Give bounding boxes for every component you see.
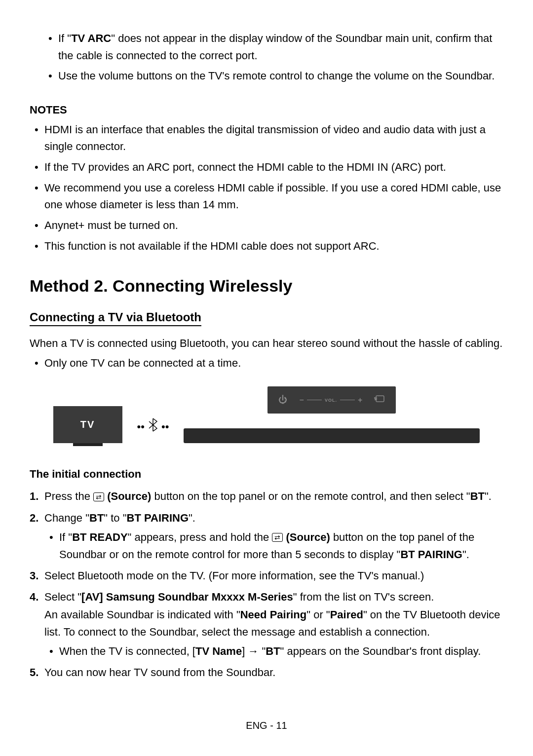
note-item: This function is not available if the HD… [44, 238, 503, 255]
step-num: 3. [30, 567, 38, 584]
text: If " [59, 531, 72, 543]
step-5: 5. You can now hear TV sound from the So… [44, 664, 503, 681]
method-heading: Method 2. Connecting Wirelessly [30, 276, 503, 296]
notes-heading: NOTES [30, 104, 503, 116]
steps-list: 1. Press the ⇄ (Source) button on the to… [30, 488, 503, 681]
svg-rect-0 [376, 396, 384, 402]
vol-line [340, 400, 355, 400]
bt-paragraph: When a TV is connected using Bluetooth, … [30, 335, 503, 352]
top-bullet-list: If "TV ARC" does not appear in the displ… [30, 30, 503, 85]
text: You can now hear TV sound from the Sound… [44, 666, 275, 679]
bt-bullet-list: Only one TV can be connected at a time. [30, 355, 503, 372]
step-num: 1. [30, 488, 38, 505]
bt-bold: BT [470, 490, 485, 502]
dot: •• [161, 420, 169, 433]
bluetooth-icon [149, 417, 157, 436]
bt-bullet: Only one TV can be connected at a time. [44, 355, 503, 372]
plus-icon: + [358, 396, 362, 405]
step-4-sub-item: When the TV is connected, [TV Name] → "B… [59, 643, 503, 660]
text: When the TV is connected, [ [59, 645, 195, 657]
step-num: 2. [30, 509, 38, 527]
note-item: Anynet+ must be turned on. [44, 217, 503, 234]
soundbar-control-panel: ⏻ − VOL. + [267, 386, 396, 414]
text: An available Soundbar is indicated with … [44, 608, 240, 621]
source-label: (Source) [107, 490, 151, 502]
source-icon [374, 395, 385, 405]
step-2-sub-item: If "BT READY" appears, press and hold th… [59, 529, 503, 563]
tv-arc-bold: TV ARC [71, 32, 111, 44]
av-soundbar-bold: [AV] Samsung Soundbar Mxxxx M-Series [81, 591, 293, 603]
text: " or " [306, 608, 330, 621]
btpairing-bold: BT PAIRING [127, 512, 189, 524]
text: ". [189, 512, 195, 524]
text: ". [485, 490, 492, 502]
step-2-sub: If "BT READY" appears, press and hold th… [44, 529, 503, 563]
text: Press the [44, 490, 93, 502]
step-3: 3. Select Bluetooth mode on the TV. (For… [44, 567, 503, 584]
notes-list: HDMI is an interface that enables the di… [30, 121, 503, 255]
step-4: 4. Select "[AV] Samsung Soundbar Mxxxx M… [44, 588, 503, 660]
text: button on the top panel or on the remote… [151, 490, 470, 502]
paired-bold: Paired [330, 608, 363, 621]
btready-bold: BT READY [72, 531, 127, 543]
text: Select Bluetooth mode on the TV. (For mo… [44, 569, 424, 582]
text: " appears, press and hold the [128, 531, 272, 543]
text: ". [462, 548, 469, 561]
step-num: 5. [30, 664, 38, 681]
connection-diagram: TV •• •• ⏻ − VOL. + [30, 386, 503, 443]
vol-line [307, 400, 322, 400]
text: " from the list on TV's screen. [293, 591, 434, 603]
note-item: HDMI is an interface that enables the di… [44, 121, 503, 155]
note-item: If the TV provides an ARC port, connect … [44, 159, 503, 176]
source-inline-icon: ⇄ [93, 492, 104, 501]
dot: •• [137, 420, 145, 433]
source-inline-icon: ⇄ [272, 533, 283, 542]
page-footer: ENG - 11 [0, 720, 533, 731]
bluetooth-svg [149, 418, 157, 432]
step-4-sub: When the TV is connected, [TV Name] → "B… [44, 643, 503, 660]
bt-bold: BT [89, 512, 104, 524]
bt-bold: BT [266, 645, 280, 657]
text: ] → " [242, 645, 266, 657]
text: If " [58, 32, 71, 44]
tv-graphic: TV [53, 406, 122, 443]
source-label: (Source) [286, 531, 330, 543]
tvname-bold: TV Name [195, 645, 242, 657]
btpairing-bold: BT PAIRING [400, 548, 462, 561]
soundbar-graphic: ⏻ − VOL. + [184, 386, 480, 443]
step-2: 2. Change "BT" to "BT PAIRING". If "BT R… [44, 509, 503, 564]
text: " does not appear in the display window … [58, 32, 492, 62]
bluetooth-heading: Connecting a TV via Bluetooth [30, 310, 201, 326]
text: " to " [104, 512, 126, 524]
tv-label: TV [80, 419, 95, 430]
needpairing-bold: Need Pairing [240, 608, 306, 621]
bluetooth-dots: •• •• [137, 417, 169, 436]
top-bullet-2: Use the volume buttons on the TV's remot… [58, 67, 503, 84]
initial-connection-heading: The initial connection [30, 468, 503, 481]
step-num: 4. [30, 588, 38, 605]
text: " appears on the Soundbar's front displa… [280, 645, 481, 657]
top-bullet-1: If "TV ARC" does not appear in the displ… [58, 30, 503, 64]
note-item: We recommend you use a coreless HDMI cab… [44, 180, 503, 213]
volume-group: − VOL. + [300, 396, 363, 405]
minus-icon: − [300, 396, 304, 405]
tv-stand [73, 443, 103, 446]
step-1: 1. Press the ⇄ (Source) button on the to… [44, 488, 503, 505]
text: Select " [44, 591, 81, 603]
power-icon: ⏻ [278, 395, 287, 405]
text: Change " [44, 512, 89, 524]
soundbar-body [184, 428, 480, 443]
vol-label: VOL. [325, 398, 337, 403]
